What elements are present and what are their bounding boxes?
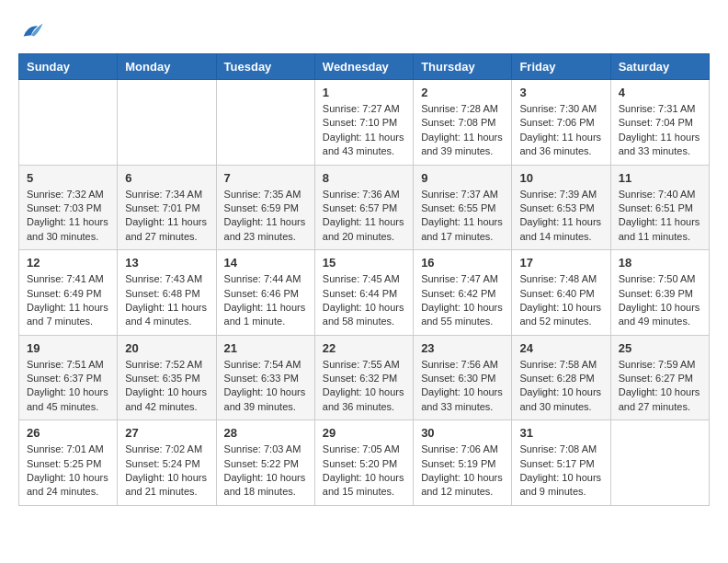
day-number: 25: [619, 341, 701, 355]
day-of-week-header: Wednesday: [314, 54, 413, 80]
day-number: 22: [323, 341, 405, 355]
day-of-week-header: Monday: [118, 54, 216, 80]
day-number: 23: [421, 341, 504, 355]
calendar-week-row: 26Sunrise: 7:01 AMSunset: 5:25 PMDayligh…: [19, 420, 710, 506]
day-number: 3: [519, 86, 602, 99]
day-info: Sunrise: 7:52 AMSunset: 6:35 PMDaylight:…: [125, 358, 208, 415]
calendar-cell: 23Sunrise: 7:56 AMSunset: 6:30 PMDayligh…: [414, 335, 512, 420]
day-number: 15: [323, 256, 405, 270]
day-info: Sunrise: 7:44 AMSunset: 6:46 PMDaylight:…: [224, 272, 307, 329]
day-number: 20: [125, 341, 208, 355]
day-number: 9: [421, 171, 504, 185]
calendar-cell: [118, 80, 216, 166]
calendar-cell: 20Sunrise: 7:52 AMSunset: 6:35 PMDayligh…: [118, 335, 216, 420]
day-info: Sunrise: 7:47 AMSunset: 6:42 PMDaylight:…: [421, 272, 504, 329]
day-number: 1: [323, 86, 405, 99]
day-info: Sunrise: 7:32 AMSunset: 7:03 PMDaylight:…: [27, 188, 109, 245]
calendar-cell: 3Sunrise: 7:30 AMSunset: 7:06 PMDaylight…: [512, 80, 610, 166]
day-of-week-header: Tuesday: [216, 54, 314, 80]
calendar-table: SundayMondayTuesdayWednesdayThursdayFrid…: [18, 53, 710, 506]
day-info: Sunrise: 7:43 AMSunset: 6:48 PMDaylight:…: [125, 272, 208, 329]
logo-icon: [18, 18, 44, 44]
day-number: 8: [323, 171, 405, 185]
day-info: Sunrise: 7:35 AMSunset: 6:59 PMDaylight:…: [224, 188, 307, 245]
day-info: Sunrise: 7:08 AMSunset: 5:17 PMDaylight:…: [519, 442, 602, 500]
day-info: Sunrise: 7:05 AMSunset: 5:20 PMDaylight:…: [323, 442, 405, 500]
day-info: Sunrise: 7:59 AMSunset: 6:27 PMDaylight:…: [619, 358, 701, 415]
calendar-cell: 13Sunrise: 7:43 AMSunset: 6:48 PMDayligh…: [118, 250, 216, 336]
day-info: Sunrise: 7:28 AMSunset: 7:08 PMDaylight:…: [421, 102, 504, 159]
day-number: 10: [519, 171, 602, 185]
day-info: Sunrise: 7:37 AMSunset: 6:55 PMDaylight:…: [421, 188, 504, 245]
day-number: 26: [27, 426, 109, 440]
day-number: 14: [224, 256, 307, 270]
day-info: Sunrise: 7:06 AMSunset: 5:19 PMDaylight:…: [421, 442, 504, 500]
day-info: Sunrise: 7:34 AMSunset: 7:01 PMDaylight:…: [125, 188, 208, 245]
day-of-week-header: Thursday: [414, 54, 512, 80]
calendar-week-row: 5Sunrise: 7:32 AMSunset: 7:03 PMDaylight…: [19, 165, 710, 250]
day-number: 27: [125, 426, 208, 440]
day-info: Sunrise: 7:02 AMSunset: 5:24 PMDaylight:…: [125, 442, 208, 500]
calendar-cell: 27Sunrise: 7:02 AMSunset: 5:24 PMDayligh…: [118, 420, 216, 506]
day-info: Sunrise: 7:40 AMSunset: 6:51 PMDaylight:…: [619, 188, 701, 245]
page-header: [18, 18, 710, 44]
day-number: 12: [27, 256, 109, 270]
calendar-cell: 1Sunrise: 7:27 AMSunset: 7:10 PMDaylight…: [314, 80, 413, 166]
calendar-cell: 28Sunrise: 7:03 AMSunset: 5:22 PMDayligh…: [216, 420, 314, 506]
day-number: 5: [27, 171, 109, 185]
calendar-cell: 12Sunrise: 7:41 AMSunset: 6:49 PMDayligh…: [19, 250, 118, 336]
calendar-cell: [19, 80, 118, 166]
calendar-cell: 15Sunrise: 7:45 AMSunset: 6:44 PMDayligh…: [314, 250, 413, 336]
day-info: Sunrise: 7:54 AMSunset: 6:33 PMDaylight:…: [224, 358, 307, 415]
calendar-cell: 18Sunrise: 7:50 AMSunset: 6:39 PMDayligh…: [610, 250, 709, 336]
day-number: 19: [27, 341, 109, 355]
calendar-cell: 29Sunrise: 7:05 AMSunset: 5:20 PMDayligh…: [314, 420, 413, 506]
day-info: Sunrise: 7:55 AMSunset: 6:32 PMDaylight:…: [323, 358, 405, 415]
calendar-cell: 10Sunrise: 7:39 AMSunset: 6:53 PMDayligh…: [512, 165, 610, 250]
day-info: Sunrise: 7:51 AMSunset: 6:37 PMDaylight:…: [27, 358, 109, 415]
logo: [18, 18, 48, 44]
day-number: 31: [519, 426, 602, 440]
day-number: 6: [125, 171, 208, 185]
calendar-cell: 8Sunrise: 7:36 AMSunset: 6:57 PMDaylight…: [314, 165, 413, 250]
calendar-cell: 9Sunrise: 7:37 AMSunset: 6:55 PMDaylight…: [414, 165, 512, 250]
calendar-cell: [610, 420, 709, 506]
day-info: Sunrise: 7:56 AMSunset: 6:30 PMDaylight:…: [421, 358, 504, 415]
day-info: Sunrise: 7:50 AMSunset: 6:39 PMDaylight:…: [619, 272, 701, 329]
calendar-cell: 24Sunrise: 7:58 AMSunset: 6:28 PMDayligh…: [512, 335, 610, 420]
day-number: 28: [224, 426, 307, 440]
calendar-header-row: SundayMondayTuesdayWednesdayThursdayFrid…: [19, 54, 710, 80]
day-info: Sunrise: 7:48 AMSunset: 6:40 PMDaylight:…: [519, 272, 602, 329]
day-info: Sunrise: 7:01 AMSunset: 5:25 PMDaylight:…: [27, 442, 109, 500]
day-info: Sunrise: 7:03 AMSunset: 5:22 PMDaylight:…: [224, 442, 307, 500]
day-info: Sunrise: 7:30 AMSunset: 7:06 PMDaylight:…: [519, 102, 602, 159]
calendar-cell: 11Sunrise: 7:40 AMSunset: 6:51 PMDayligh…: [610, 165, 709, 250]
calendar-cell: 31Sunrise: 7:08 AMSunset: 5:17 PMDayligh…: [512, 420, 610, 506]
day-number: 29: [323, 426, 405, 440]
day-number: 2: [421, 86, 504, 99]
day-info: Sunrise: 7:36 AMSunset: 6:57 PMDaylight:…: [323, 188, 405, 245]
day-number: 30: [421, 426, 504, 440]
calendar-cell: 25Sunrise: 7:59 AMSunset: 6:27 PMDayligh…: [610, 335, 709, 420]
calendar-week-row: 1Sunrise: 7:27 AMSunset: 7:10 PMDaylight…: [19, 80, 710, 166]
calendar-cell: 21Sunrise: 7:54 AMSunset: 6:33 PMDayligh…: [216, 335, 314, 420]
day-number: 21: [224, 341, 307, 355]
calendar-cell: 5Sunrise: 7:32 AMSunset: 7:03 PMDaylight…: [19, 165, 118, 250]
calendar-week-row: 19Sunrise: 7:51 AMSunset: 6:37 PMDayligh…: [19, 335, 710, 420]
day-info: Sunrise: 7:39 AMSunset: 6:53 PMDaylight:…: [519, 188, 602, 245]
day-number: 11: [619, 171, 701, 185]
day-number: 18: [619, 256, 701, 270]
day-info: Sunrise: 7:45 AMSunset: 6:44 PMDaylight:…: [323, 272, 405, 329]
day-of-week-header: Friday: [512, 54, 610, 80]
day-number: 24: [519, 341, 602, 355]
calendar-cell: 4Sunrise: 7:31 AMSunset: 7:04 PMDaylight…: [610, 80, 709, 166]
calendar-week-row: 12Sunrise: 7:41 AMSunset: 6:49 PMDayligh…: [19, 250, 710, 336]
day-info: Sunrise: 7:58 AMSunset: 6:28 PMDaylight:…: [519, 358, 602, 415]
calendar-cell: 22Sunrise: 7:55 AMSunset: 6:32 PMDayligh…: [314, 335, 413, 420]
calendar-cell: 17Sunrise: 7:48 AMSunset: 6:40 PMDayligh…: [512, 250, 610, 336]
day-number: 7: [224, 171, 307, 185]
day-info: Sunrise: 7:27 AMSunset: 7:10 PMDaylight:…: [323, 102, 405, 159]
day-number: 4: [619, 86, 701, 99]
day-info: Sunrise: 7:41 AMSunset: 6:49 PMDaylight:…: [27, 272, 109, 329]
day-number: 16: [421, 256, 504, 270]
